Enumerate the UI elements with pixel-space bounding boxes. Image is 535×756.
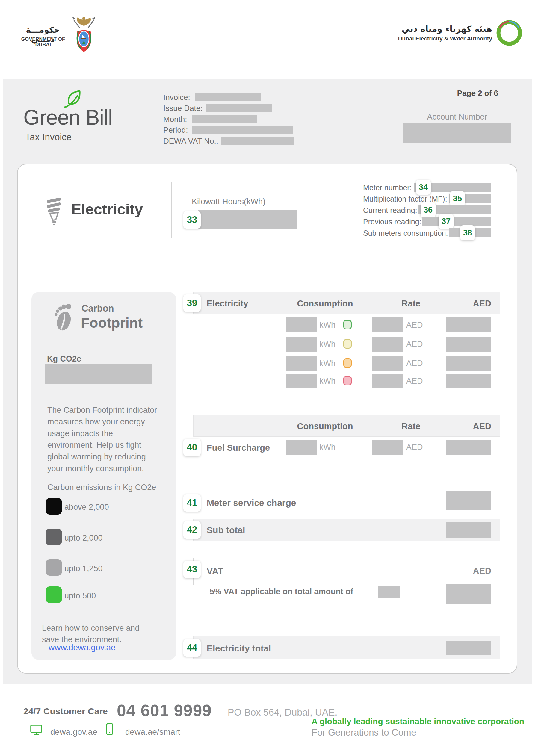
- redacted-amount: [446, 374, 491, 388]
- redacted-consumption: [286, 318, 317, 332]
- meter-row-badge: 38: [460, 225, 475, 240]
- redacted-vat-base-amount: [378, 586, 400, 598]
- legend-label: upto 2,000: [64, 533, 103, 543]
- col-header-consumption: Consumption: [295, 421, 355, 431]
- col-header-electricity: Electricity: [207, 299, 248, 309]
- kwh-unit: kWh: [319, 377, 335, 386]
- meter-row-label: Sub meters consumption:: [363, 229, 448, 238]
- page-title: Green Bill: [23, 105, 112, 129]
- redacted-rate: [372, 356, 403, 371]
- dubai-emblem-icon: [68, 15, 99, 54]
- header-divider: [150, 106, 150, 141]
- redacted-account-number: [404, 123, 511, 143]
- aed-unit: AED: [406, 340, 423, 349]
- footer-smart-link[interactable]: dewa.ae/smart: [125, 727, 180, 737]
- meter-row-label: Current reading:: [363, 206, 417, 215]
- redacted-rate: [372, 440, 403, 455]
- legend-label: upto 500: [64, 591, 96, 601]
- col-header-consumption: Consumption: [295, 299, 355, 309]
- electricity-total-label: Electricity total: [207, 643, 271, 654]
- redacted-vat-no-value: [221, 137, 294, 145]
- redacted-issue-date-value: [206, 104, 272, 112]
- po-box-address: PO Box 564, Dubai, UAE.: [228, 707, 337, 718]
- invoice-field-label: DEWA VAT No.:: [163, 137, 218, 146]
- page-subtitle: Tax Invoice: [25, 132, 71, 143]
- kwh-unit: kWh: [319, 340, 335, 349]
- col-header-aed: AED: [461, 299, 491, 309]
- vat-note: 5% VAT applicable on total amount of: [210, 587, 353, 596]
- meter-service-label: Meter service charge: [207, 498, 296, 508]
- electricity-bulb-icon: [45, 198, 64, 228]
- slab-indicator-orange: [343, 358, 352, 368]
- dewa-website-link[interactable]: www.dewa.gov.ae: [48, 643, 116, 652]
- carbon-title-large: Footprint: [81, 315, 143, 331]
- customer-care-phone: 04 601 9999: [117, 701, 212, 720]
- kwh-label: Kilowatt Hours(kWh): [192, 197, 266, 206]
- vat-box: [193, 558, 500, 585]
- col-header-rate: Rate: [396, 421, 426, 431]
- meter-row-badge: 36: [421, 203, 436, 217]
- vat-aed-header: AED: [461, 566, 491, 576]
- dewa-logo-icon: [494, 17, 524, 47]
- redacted-subtotal-amount: [446, 522, 491, 538]
- aed-unit: AED: [406, 443, 423, 452]
- redacted-consumption: [286, 374, 317, 388]
- redacted-consumption: [286, 356, 317, 371]
- smartphone-icon: [106, 723, 114, 736]
- aed-unit: AED: [406, 377, 423, 386]
- redacted-total-amount: [446, 641, 491, 655]
- customer-care-label: 24/7 Customer Care: [23, 706, 108, 716]
- kwh-unit: kWh: [319, 443, 335, 452]
- redacted-consumption: [286, 337, 317, 351]
- aed-unit: AED: [406, 321, 423, 330]
- legend-swatch-above-2000: [45, 498, 62, 515]
- meter-row-badge: 37: [438, 214, 454, 229]
- redacted-vat-amount: [446, 584, 491, 603]
- conserve-text: Learn how to conserve and save the envir…: [42, 622, 151, 645]
- redacted-rate: [372, 318, 403, 332]
- redacted-carbon-value: [45, 364, 152, 384]
- footer-web-link[interactable]: dewa.gov.ae: [50, 727, 98, 737]
- electricity-section-title: Electricity: [71, 201, 143, 218]
- redacted-meter-service-amount: [446, 490, 491, 510]
- col-header-aed: AED: [461, 421, 491, 431]
- vat-badge: 43: [183, 561, 201, 578]
- consumption-table-badge: 39: [183, 294, 201, 312]
- carbon-description: The Carbon Footprint indicator measures …: [47, 405, 161, 474]
- meter-service-badge: 41: [183, 494, 201, 512]
- page-indicator: Page 2 of 6: [431, 89, 498, 98]
- redacted-rate: [372, 337, 403, 351]
- invoice-field-label: Invoice:: [163, 93, 190, 102]
- redacted-previous-reading: [422, 217, 491, 226]
- carbon-panel: [31, 292, 176, 660]
- invoice-field-label: Issue Date:: [163, 104, 203, 113]
- legend-swatch-upto-500: [45, 586, 62, 603]
- account-number-label: Account Number: [404, 112, 511, 122]
- carbon-title-small: Carbon: [81, 303, 114, 314]
- redacted-period-value: [192, 126, 293, 134]
- meter-row-label: Previous reading:: [363, 217, 421, 226]
- subtotal-badge: 42: [183, 521, 201, 539]
- kwh-unit: kWh: [319, 321, 335, 330]
- dewa-logo-arabic: هيئة كهرباء ومياه دبي: [398, 24, 492, 34]
- redacted-month-value: [192, 115, 257, 123]
- slab-indicator-red: [343, 376, 352, 385]
- col-header-rate: Rate: [396, 299, 426, 309]
- fuel-surcharge-badge: 40: [183, 439, 201, 456]
- slab-indicator-green: [343, 320, 352, 329]
- green-bill-page: حكومـــة دبـــي GOVERNMENT OF DUBAI هيئة…: [0, 0, 535, 756]
- redacted-amount: [446, 318, 491, 332]
- electricity-total-badge: 44: [183, 639, 201, 657]
- meter-row-label: Multiplication factor (MF):: [363, 195, 447, 203]
- legend-swatch-upto-2000: [45, 529, 62, 545]
- slogan-gray: For Generations to Come: [312, 727, 416, 738]
- slab-indicator-yellow: [343, 339, 352, 349]
- redacted-amount: [446, 356, 491, 371]
- meter-row-label: Meter number:: [363, 183, 412, 192]
- redacted-rate: [372, 374, 403, 388]
- vat-label: VAT: [207, 566, 223, 576]
- redacted-amount: [446, 440, 491, 455]
- kwh-badge: 33: [183, 211, 201, 229]
- legend-label: above 2,000: [64, 503, 109, 512]
- carbon-legend-title: Carbon emissions in Kg CO2e: [47, 483, 156, 492]
